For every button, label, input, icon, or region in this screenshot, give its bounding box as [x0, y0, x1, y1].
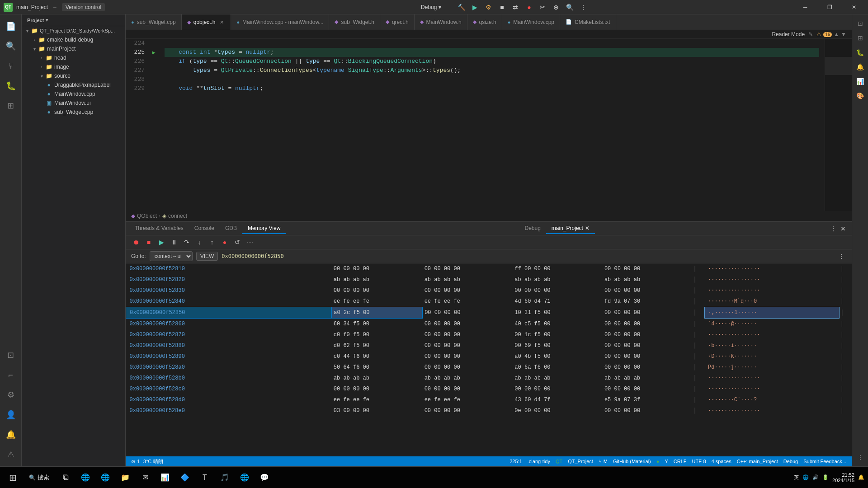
memory-row-528c0[interactable]: 0x000000000f528c0 00 00 00 00 00 00 00 0…: [126, 384, 852, 394]
tree-item-image[interactable]: › 📁 image: [22, 62, 125, 71]
memory-row-52840[interactable]: 0x000000000f52840 ee fe ee fe ee fe ee f…: [126, 296, 852, 307]
notification-btn[interactable]: 🔔: [858, 474, 864, 480]
stop-btn[interactable]: ■: [144, 237, 154, 247]
record-btn[interactable]: ⏺: [131, 237, 141, 247]
sidebar-icon-terminal[interactable]: ⌐: [2, 366, 20, 384]
debug-session-close[interactable]: ✕: [585, 225, 590, 231]
wechat-btn[interactable]: 💬: [255, 469, 274, 487]
sidebar-icon-git[interactable]: ⑂: [2, 57, 20, 75]
memory-row-528b0[interactable]: 0x000000000f528b0 ab ab ab ab ab ab ab a…: [126, 373, 852, 384]
step-over-btn[interactable]: ↷: [182, 237, 192, 247]
start-btn[interactable]: ⊞: [4, 469, 22, 487]
status-line-col[interactable]: 225:1: [509, 459, 522, 464]
tree-item-mainwindow-cpp[interactable]: ● MainWindow.cpp: [22, 89, 125, 99]
status-ulang[interactable]: Y: [665, 459, 668, 464]
taskview-btn[interactable]: ⧉: [57, 469, 75, 487]
tree-item-mainproject[interactable]: ▾ 📁 mainProject: [22, 44, 125, 53]
explorer-btn[interactable]: 📁: [116, 469, 134, 487]
tree-item-qt-project[interactable]: ▾ 📁 QT_Project D:\C_Study\WorkSp...: [22, 26, 125, 35]
search-icon[interactable]: 🔍: [564, 2, 575, 13]
debug-session-main[interactable]: main_Project ✕: [546, 223, 595, 234]
breadcrumb-method[interactable]: ◈ connect: [162, 213, 187, 219]
arrow-down-icon[interactable]: ▼: [841, 31, 846, 38]
step-out-btn[interactable]: ↑: [207, 237, 217, 247]
memory-row-528d0[interactable]: 0x000000000f528d0 ee fe ee fe ee fe ee f…: [126, 394, 852, 405]
more-debug-btn[interactable]: ⋯: [245, 237, 255, 247]
tree-item-subwidget-cpp[interactable]: ● sub_Widget.cpp: [22, 108, 125, 117]
tree-item-source[interactable]: ▾ 📁 source: [22, 71, 125, 80]
debug-tab-console[interactable]: Console: [189, 223, 220, 234]
widgets-btn[interactable]: 🌐: [76, 469, 94, 487]
status-lang[interactable]: C++: main_Project: [737, 459, 778, 464]
version-control-btn[interactable]: Version control: [62, 3, 105, 11]
typora-btn[interactable]: T: [196, 469, 214, 487]
sidebar-icon-files[interactable]: 📄: [2, 17, 20, 35]
memory-row-52890[interactable]: 0x000000000f52890 c0 44 f6 00 00 00 00 0…: [126, 351, 852, 362]
tab-qrect-h[interactable]: ◆ qrect.h: [380, 14, 415, 30]
arrow-up-icon[interactable]: ▲: [834, 31, 839, 38]
tab-mainwindow-cpp2[interactable]: ● MainWindow.cpp: [502, 14, 560, 30]
play-btn[interactable]: ▶: [156, 237, 166, 247]
clion-btn[interactable]: 🔷: [176, 469, 194, 487]
memory-row-52830[interactable]: 0x000000000f52830 00 00 00 00 00 00 00 0…: [126, 285, 852, 296]
clock[interactable]: 21:52 2024/1/15: [832, 472, 854, 483]
right-icon-more[interactable]: ⋮: [854, 451, 867, 464]
memory-row-52870[interactable]: 0x000000000f52870 c0 f0 f5 00 00 00 00 0…: [126, 329, 852, 340]
debug-tab-memory[interactable]: Memory View: [242, 223, 286, 234]
memory-row-52860[interactable]: 0x000000000f52860 60 34 f5 00 00 00 00 0…: [126, 319, 852, 330]
memory-row-52820[interactable]: 0x000000000f52820 ab ab ab ab ab ab ab a…: [126, 274, 852, 285]
debug-tab-threads[interactable]: Threads & Variables: [129, 223, 189, 234]
breakpoint-btn[interactable]: ●: [220, 237, 230, 247]
sidebar-icon-bookmarks[interactable]: ⊡: [2, 346, 20, 364]
debug-panel-close[interactable]: ✕: [838, 224, 848, 234]
debug-tab-gdb[interactable]: GDB: [220, 223, 242, 234]
memory-row-52880[interactable]: 0x000000000f52880 d0 62 f5 00 00 00 00 0…: [126, 340, 852, 351]
tree-item-draggable[interactable]: ● DraggablePixmapLabel: [22, 80, 125, 89]
tab-qobject-h[interactable]: ◆ qobject.h ✕: [182, 14, 231, 30]
music-btn[interactable]: 🎵: [216, 469, 234, 487]
hammer-icon[interactable]: 🔨: [456, 2, 467, 13]
close-btn[interactable]: ✕: [844, 0, 864, 14]
memory-more-btn[interactable]: ⋮: [836, 251, 846, 261]
status-spaces[interactable]: 4 spaces: [712, 459, 731, 464]
status-crlf[interactable]: CRLF: [674, 459, 687, 464]
memory-table-container[interactable]: 0x000000000f52810 00 00 00 00 00 00 00 0…: [126, 263, 852, 456]
right-icon-bookmark[interactable]: ⊡: [854, 17, 867, 30]
debug-mode-btn[interactable]: Debug ▾: [421, 4, 441, 10]
minimize-btn[interactable]: ─: [795, 0, 816, 14]
scissors-icon[interactable]: ✂: [537, 2, 548, 13]
sidebar-icon-error[interactable]: ⚠: [2, 446, 20, 464]
warning-count[interactable]: 16: [823, 32, 832, 37]
tab-subwidget-cpp[interactable]: ● sub_Widget.cpp: [126, 14, 182, 30]
debug-panel-menu[interactable]: ⋮: [828, 224, 838, 234]
tab-mainwindow-h[interactable]: ◆ MainWindow.h: [415, 14, 467, 30]
memory-row-52850[interactable]: 0x000000000f52850 a0 2c f5 00 00 00 00 0…: [126, 307, 852, 319]
lang-indicator[interactable]: 英: [794, 474, 799, 481]
status-git[interactable]: ⑂ M: [599, 459, 608, 464]
status-linter[interactable]: .clang-tidy: [528, 459, 550, 464]
tab-mainwindow-main[interactable]: ● MainWindow.cpp - mainWindow...: [231, 14, 329, 30]
pause-btn[interactable]: ⏸: [169, 237, 179, 247]
search-btn[interactable]: 🔍 搜索: [24, 469, 55, 487]
stop-icon[interactable]: ■: [496, 2, 507, 13]
ppt-btn[interactable]: 📊: [156, 469, 174, 487]
debug-run-icon[interactable]: ⚙: [483, 2, 494, 13]
sidebar-icon-bell[interactable]: 🔔: [2, 426, 20, 444]
memory-row-528a0[interactable]: 0x000000000f528a0 50 64 f6 00 00 00 00 0…: [126, 362, 852, 373]
sidebar-icon-settings[interactable]: ⚙: [2, 386, 20, 404]
status-project[interactable]: QT_Project: [568, 459, 593, 464]
status-error[interactable]: ⊗ 1 -3°C 晴朗: [131, 458, 163, 465]
tab-cmakelists[interactable]: 📄 CMakeLists.txt: [560, 14, 616, 30]
right-icon-debug[interactable]: 🐛: [854, 46, 867, 59]
tree-item-mainwindow-ui[interactable]: ▣ MainWindow.ui: [22, 99, 125, 108]
status-qt-icon[interactable]: QT: [556, 459, 562, 464]
refresh-btn[interactable]: ↺: [232, 237, 242, 247]
debug-session-debug[interactable]: Debug: [519, 223, 546, 234]
more-icon[interactable]: ⋮: [578, 2, 589, 13]
tab-subwidget-h[interactable]: ◆ sub_Widget.h: [329, 14, 380, 30]
tree-item-head[interactable]: › 📁 head: [22, 53, 125, 62]
sidebar-icon-debug[interactable]: 🐛: [2, 77, 20, 95]
right-icon-notifications[interactable]: 🔔: [854, 61, 867, 73]
tab-close-qobject[interactable]: ✕: [218, 19, 225, 26]
view-btn[interactable]: VIEW: [196, 252, 218, 261]
